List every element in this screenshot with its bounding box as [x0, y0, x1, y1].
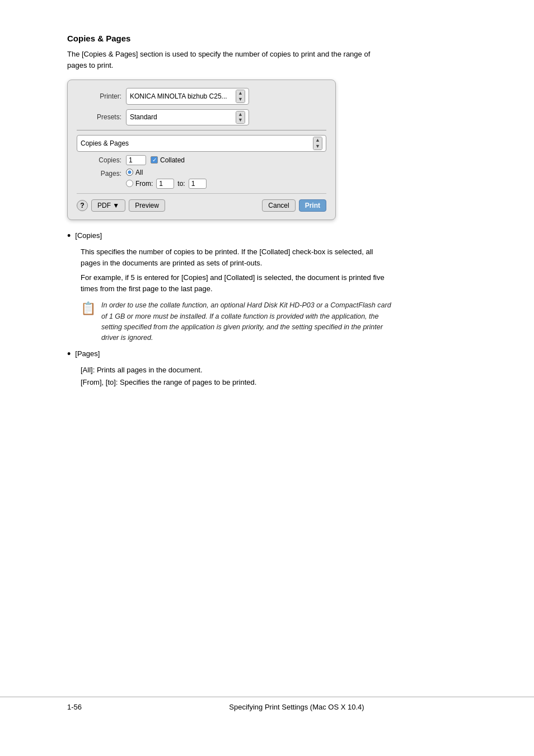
pdf-button[interactable]: PDF ▼ [91, 199, 125, 212]
preview-button[interactable]: Preview [129, 199, 165, 212]
all-description: [All]: Prints all pages in the document. [81, 365, 489, 376]
printer-select[interactable]: KONICA MINOLTA bizhub C25... ▲ ▼ [126, 88, 249, 105]
print-button[interactable]: Print [299, 199, 326, 212]
panel-down-arrow[interactable]: ▼ [313, 143, 322, 150]
copies-body-2: For example, if 5 is entered for [Copies… [81, 272, 394, 295]
copies-input[interactable] [126, 155, 146, 165]
printer-value: KONICA MINOLTA bizhub C25... [130, 92, 227, 100]
presets-select[interactable]: Standard ▲ ▼ [126, 109, 249, 126]
printer-label: Printer: [77, 92, 121, 100]
note-text: In order to use the collate function, an… [101, 300, 394, 344]
collated-checkbox[interactable] [151, 156, 158, 164]
to-label: to: [177, 180, 185, 188]
collated-label[interactable]: Collated [151, 156, 185, 164]
presets-value: Standard [130, 113, 157, 121]
presets-label: Presets: [77, 113, 121, 121]
panel-stepper[interactable]: ▲ ▼ [313, 137, 322, 150]
presets-down-arrow[interactable]: ▼ [236, 117, 245, 123]
pages-label: Pages: [77, 169, 121, 178]
collated-text: Collated [160, 156, 185, 164]
panel-select[interactable]: Copies & Pages ▲ ▼ [77, 135, 326, 152]
copies-label: Copies: [77, 156, 121, 164]
copies-bullet-dot: • [67, 230, 71, 242]
panel-value: Copies & Pages [81, 139, 129, 147]
pages-heading: [Pages] [75, 349, 100, 358]
pages-bullet-item: • [Pages] [67, 349, 489, 360]
presets-stepper[interactable]: ▲ ▼ [236, 111, 245, 124]
from-input[interactable] [156, 179, 174, 189]
note-icon: 📋 [81, 301, 96, 316]
copies-body-1: This specifies the number of copies to b… [81, 246, 394, 269]
presets-up-arrow[interactable]: ▲ [236, 111, 245, 118]
page-footer: 1-56 Specifying Print Settings (Mac OS X… [0, 697, 534, 711]
panel-up-arrow[interactable]: ▲ [313, 137, 322, 143]
to-input[interactable] [189, 179, 207, 189]
intro-text: The [Copies & Pages] section is used to … [67, 49, 381, 71]
from-radio[interactable] [126, 180, 133, 187]
page-title-footer: Specifying Print Settings (Mac OS X 10.4… [104, 703, 489, 711]
note-box: 📋 In order to use the collate function, … [81, 300, 394, 344]
all-radio[interactable] [126, 169, 133, 176]
printer-up-arrow[interactable]: ▲ [236, 90, 245, 96]
print-dialog: Printer: KONICA MINOLTA bizhub C25... ▲ … [67, 80, 336, 220]
printer-stepper[interactable]: ▲ ▼ [236, 90, 245, 103]
footer-left: ? PDF ▼ Preview [77, 199, 165, 212]
copies-heading: [Copies] [75, 231, 102, 240]
from-label: From: [135, 180, 153, 188]
help-button[interactable]: ? [77, 200, 88, 211]
page-number: 1-56 [67, 703, 82, 711]
all-label: All [135, 169, 143, 176]
bullet-section: • [Copies] This specifies the number of … [67, 231, 489, 388]
printer-down-arrow[interactable]: ▼ [236, 96, 245, 102]
section-title: Copies & Pages [67, 34, 489, 43]
pages-bullet-dot: • [67, 348, 71, 360]
copies-bullet-item: • [Copies] [67, 231, 489, 242]
footer-right: Cancel Print [262, 199, 326, 212]
cancel-button[interactable]: Cancel [262, 199, 295, 212]
from-description: [From], [to]: Specifies the range of pag… [81, 377, 489, 388]
